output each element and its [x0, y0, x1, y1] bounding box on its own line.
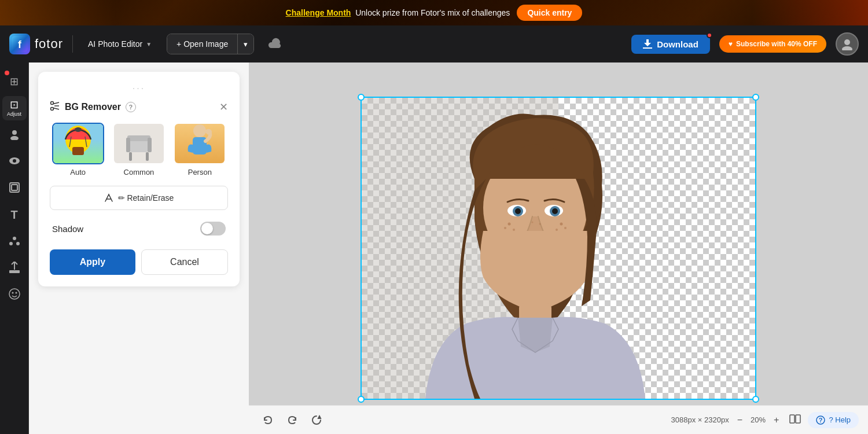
canvas-area: 3088px × 2320px − 20% + ? ? Help	[249, 62, 868, 434]
open-image-group: + Open Image ▾	[167, 34, 254, 54]
sidebar-item-portrait[interactable]	[2, 123, 27, 147]
canvas-image[interactable]	[362, 98, 755, 399]
svg-line-20	[53, 102, 59, 104]
svg-point-12	[9, 242, 13, 245]
svg-rect-24	[72, 147, 84, 155]
preset-common-image[interactable]	[113, 123, 165, 164]
retain-erase-button[interactable]: ✏ Retain/Erase	[50, 186, 228, 210]
quick-entry-button[interactable]: Quick entry	[517, 5, 582, 21]
cancel-button[interactable]: Cancel	[141, 249, 228, 275]
panel-area: ··· BG Remover ?	[29, 62, 249, 434]
sidebar-item-view[interactable]	[2, 149, 27, 174]
preset-person[interactable]: Person	[172, 123, 228, 176]
logo-icon: f	[9, 34, 30, 54]
svg-point-46	[513, 229, 515, 231]
shadow-toggle[interactable]	[200, 222, 226, 236]
export-icon	[9, 262, 20, 275]
svg-rect-29	[146, 152, 149, 161]
bg-remover-title: BG Remover	[65, 102, 121, 112]
svg-rect-30	[126, 138, 130, 152]
promo-banner: Challenge Month Unlock prize from Fotor'…	[0, 0, 868, 25]
logo-text: fotor	[35, 36, 63, 52]
preset-options: Auto	[50, 123, 228, 176]
zoom-level: 20%	[751, 415, 766, 424]
sidebar-item-group[interactable]	[2, 229, 27, 253]
panel-drag-handle[interactable]: ···	[50, 83, 228, 94]
logo: f fotor	[9, 34, 63, 54]
undo-button[interactable]	[258, 410, 278, 430]
preset-person-label: Person	[188, 168, 212, 176]
help-tooltip-icon[interactable]: ?	[126, 102, 136, 112]
svg-text:?: ?	[819, 417, 823, 424]
subscribe-button[interactable]: ♥ Subscribe with 40% OFF	[719, 35, 826, 53]
zoom-info: 3088px × 2320px − 20% +	[671, 414, 783, 426]
svg-point-52	[539, 223, 541, 225]
download-button[interactable]: Download	[631, 35, 710, 54]
svg-point-17	[15, 292, 17, 293]
open-image-button[interactable]: + Open Image	[167, 34, 237, 54]
svg-point-50	[564, 227, 567, 229]
sidebar-item-text[interactable]: T	[2, 203, 27, 227]
svg-point-15	[9, 289, 20, 299]
svg-point-5	[12, 130, 17, 135]
apps-icon: ⊞	[10, 76, 19, 87]
svg-point-32	[193, 124, 206, 137]
sidebar-item-label: Adjust	[7, 111, 21, 117]
svg-rect-26	[130, 139, 148, 152]
svg-line-21	[53, 108, 59, 110]
notification-indicator	[5, 71, 9, 75]
svg-point-51	[532, 222, 534, 223]
preset-common[interactable]: Common	[111, 123, 167, 176]
sidebar-item-export[interactable]	[2, 256, 27, 280]
svg-rect-54	[790, 415, 795, 423]
svg-point-19	[51, 108, 54, 111]
cloud-save-button[interactable]	[263, 34, 286, 54]
open-image-dropdown-button[interactable]: ▾	[237, 34, 253, 54]
bottom-toolbar: 3088px × 2320px − 20% + ? ? Help	[249, 405, 868, 434]
close-panel-button[interactable]: ✕	[219, 101, 228, 113]
resize-handle-top-right[interactable]	[752, 94, 759, 101]
svg-point-45	[508, 223, 511, 226]
apply-button[interactable]: Apply	[50, 249, 135, 275]
svg-point-6	[10, 136, 19, 140]
zoom-out-button[interactable]: −	[734, 414, 746, 426]
help-button[interactable]: ? ? Help	[808, 412, 859, 428]
sidebar-item-sticker[interactable]	[2, 282, 27, 307]
drag-dots-icon: ···	[133, 83, 145, 94]
action-buttons: Apply Cancel	[50, 249, 228, 275]
sidebar-item-frames[interactable]	[2, 176, 27, 200]
svg-rect-2	[643, 47, 652, 49]
svg-point-44	[552, 208, 558, 214]
svg-point-48	[560, 223, 563, 226]
panel-title: BG Remover ?	[50, 101, 136, 113]
redo-button[interactable]	[282, 410, 302, 430]
svg-point-49	[556, 229, 558, 231]
reset-button[interactable]	[307, 410, 326, 430]
toggle-thumb	[201, 223, 213, 234]
sticker-icon	[9, 288, 20, 301]
chevron-down-icon: ▾	[244, 40, 248, 49]
resize-handle-top-left[interactable]	[358, 94, 365, 101]
person-image-svg	[362, 98, 755, 399]
resize-handle-bottom-left[interactable]	[358, 396, 365, 403]
zoom-in-button[interactable]: +	[770, 414, 782, 426]
sidebar-item-adjust[interactable]: ⊡ Adjust	[2, 96, 27, 120]
svg-point-11	[13, 237, 16, 240]
user-avatar[interactable]	[836, 32, 859, 56]
svg-point-8	[13, 159, 16, 163]
canvas-dimensions: 3088px × 2320px	[671, 415, 729, 424]
svg-rect-10	[12, 185, 17, 190]
portrait-icon	[9, 128, 20, 142]
frames-icon	[9, 182, 20, 194]
editor-mode-label: AI Photo Editor	[88, 39, 142, 49]
resize-handle-bottom-right[interactable]	[752, 396, 759, 403]
preset-auto-label: Auto	[70, 168, 86, 176]
svg-point-25	[75, 127, 82, 132]
view-mode-button[interactable]	[787, 412, 803, 428]
preset-common-label: Common	[124, 168, 155, 176]
preset-person-image[interactable]	[174, 123, 226, 164]
editor-mode-selector[interactable]: AI Photo Editor ▼	[82, 36, 157, 52]
app-header: f fotor AI Photo Editor ▼ + Open Image ▾…	[0, 25, 868, 62]
preset-auto[interactable]: Auto	[50, 123, 106, 176]
preset-auto-image[interactable]	[52, 123, 104, 164]
